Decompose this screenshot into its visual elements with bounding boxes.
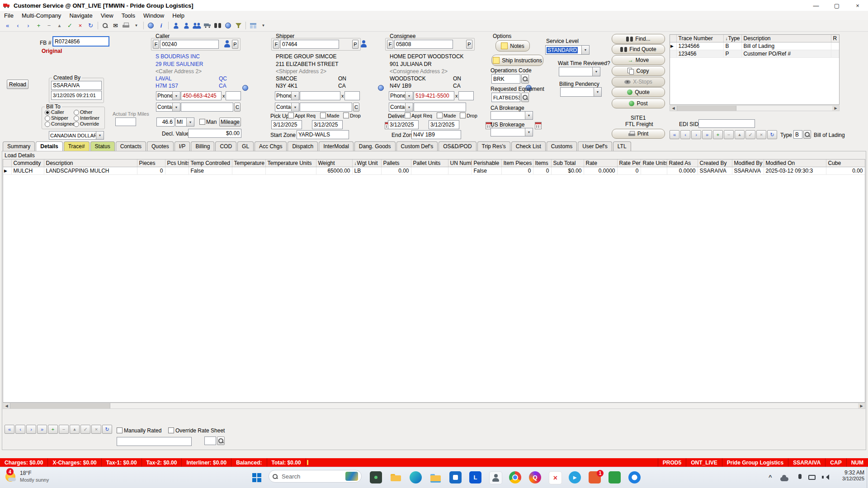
tab-ltl[interactable]: LTL	[613, 141, 631, 151]
scrollbar-thumb[interactable]	[677, 106, 736, 111]
column-header[interactable]: Created By	[698, 160, 732, 167]
decl-value-field[interactable]: $0.00	[188, 129, 241, 138]
column-header[interactable]: Rate Per	[617, 160, 641, 167]
cell[interactable]: 0.0000	[667, 167, 698, 175]
caller-contact-type-select[interactable]: Contact▼	[156, 103, 180, 112]
manually-rated-checkbox[interactable]	[117, 427, 123, 433]
menu-view[interactable]: View	[97, 12, 118, 19]
delete-record-icon[interactable]: −	[44, 21, 54, 30]
column-header[interactable]: Modified On	[764, 160, 826, 167]
radio-bill-to-caller[interactable]	[45, 110, 50, 115]
cell[interactable]: 0.00	[826, 167, 865, 175]
customer-icon[interactable]	[170, 21, 181, 30]
consignee-postal[interactable]: N4V 1B9	[390, 83, 411, 89]
column-header[interactable]: Description	[44, 160, 137, 167]
load-detail-row[interactable]: ▶ MULCH LANDSCAPPING MULCH 0 False 65000…	[3, 167, 865, 175]
column-header[interactable]: Pcs Units	[165, 160, 189, 167]
add-record-icon[interactable]: +	[33, 21, 44, 30]
last-item-button[interactable]: »	[37, 425, 47, 434]
consignee-contact-type-select[interactable]: Contact▼	[389, 103, 413, 112]
caller-phone-field[interactable]: 450-663-4245	[181, 91, 222, 100]
contacts-app-icon[interactable]	[489, 471, 502, 484]
caller-ext-field[interactable]	[226, 91, 241, 100]
trace-description-cell[interactable]: Customer PO/Ref #	[741, 50, 831, 58]
menu-navigate[interactable]: Navigate	[65, 12, 96, 19]
caller-code-field[interactable]: 00240	[160, 40, 219, 49]
cell[interactable]: SSARAIVA	[698, 167, 732, 175]
menu-file[interactable]: File	[0, 12, 18, 19]
cell[interactable]	[165, 167, 189, 175]
post-button[interactable]: Post	[612, 99, 665, 108]
scroll-left-icon[interactable]: ◀	[670, 106, 677, 111]
trace-type-lookup-button[interactable]	[803, 130, 811, 139]
trace-number-cell[interactable]: 123456	[676, 50, 723, 58]
trace-number-cell[interactable]: 1234566	[676, 42, 723, 50]
column-header[interactable]: Perishable	[472, 160, 501, 167]
column-header[interactable]: ↓Wgt Unit	[352, 160, 381, 167]
column-header[interactable]: Temp Controlled	[189, 160, 232, 167]
deliver-drop-checkbox[interactable]	[460, 113, 466, 118]
caller-profile-icon[interactable]	[223, 40, 231, 48]
caller-contact-field[interactable]	[181, 103, 233, 112]
consignee-f-button[interactable]: F	[387, 40, 393, 49]
trace-r-cell[interactable]	[831, 50, 839, 58]
consignee-code-field[interactable]: 05808	[394, 40, 453, 49]
cancel-item-button[interactable]: ×	[91, 425, 101, 434]
shipper-p-button[interactable]: P	[352, 40, 359, 49]
up-item-button[interactable]: ▲	[70, 425, 80, 434]
shipper-phone-type-select[interactable]: Phone▼	[275, 91, 299, 100]
tab-status[interactable]: Status	[90, 141, 115, 151]
edi-sid-field[interactable]	[698, 119, 755, 128]
up-icon[interactable]: ▲	[54, 21, 65, 30]
operations-code-field[interactable]: BRK	[491, 74, 520, 84]
trace-type-cell[interactable]: P	[723, 50, 741, 58]
shipper-postal[interactable]: N3Y 4K1	[276, 83, 297, 89]
cell[interactable]	[641, 167, 667, 175]
column-header[interactable]: Rate	[584, 160, 617, 167]
scroll-right-icon[interactable]: ▶	[858, 403, 865, 408]
consignee-phone-field[interactable]: 519-421-5500	[414, 91, 454, 100]
trailer-icon[interactable]	[202, 21, 212, 30]
caller-phone-type-select[interactable]: Phone▼	[156, 91, 180, 100]
refresh-trace-button[interactable]: ↻	[767, 130, 777, 139]
menu-help[interactable]: Help	[168, 12, 189, 19]
caller-name[interactable]: S BOUDRIAS INC	[156, 53, 200, 60]
cancel-icon[interactable]: ×	[75, 21, 85, 30]
add-item-button[interactable]: +	[48, 425, 58, 434]
consignee-phone-type-select[interactable]: Phone▼	[389, 91, 413, 100]
fb-number-input[interactable]: R0724856	[52, 36, 109, 47]
column-header[interactable]: Temperature	[232, 160, 265, 167]
info-icon[interactable]: i	[156, 21, 166, 30]
previous-item-button[interactable]: ‹	[15, 425, 25, 434]
quote-button[interactable]: Quote	[612, 87, 665, 97]
column-header[interactable]: Rated As	[667, 160, 698, 167]
shipper-code-field[interactable]: 07464	[280, 40, 339, 49]
green-app-icon[interactable]	[609, 471, 621, 483]
save-icon[interactable]: ✓	[65, 21, 75, 30]
print-icon[interactable]	[121, 21, 131, 30]
column-header[interactable]: UN Number	[448, 160, 472, 167]
mileage-button[interactable]: Mileage	[219, 117, 241, 127]
shipper-contact-field[interactable]	[300, 103, 352, 112]
end-zone-field[interactable]: N4V 1B9	[411, 130, 461, 139]
dock-icon[interactable]	[212, 21, 223, 30]
save-trace-button[interactable]: ✓	[745, 130, 755, 139]
load-details-horizontal-scrollbar[interactable]: ◀ ▶	[3, 403, 865, 409]
cancel-trace-button[interactable]: ×	[756, 130, 766, 139]
refresh-icon[interactable]: ↻	[85, 21, 96, 30]
shipper-address2-placeholder[interactable]: <Shipper Address 2>	[276, 68, 326, 75]
carrier-icon[interactable]	[181, 21, 191, 30]
radio-bill-to-other[interactable]	[74, 110, 79, 115]
tab-dispatch[interactable]: Dispatch	[288, 141, 318, 151]
first-record-icon[interactable]: «	[2, 21, 13, 30]
radio-bill-to-consignee[interactable]	[45, 122, 50, 127]
cell[interactable]: $0.00	[551, 167, 584, 175]
reload-button[interactable]: Reload	[7, 80, 28, 89]
tab-quotes[interactable]: Quotes	[147, 141, 174, 151]
copy-button[interactable]: Copy	[612, 66, 665, 76]
column-header[interactable]: Sub Total	[551, 160, 584, 167]
rate-code-field[interactable]	[117, 437, 192, 446]
column-header[interactable]: Pieces	[137, 160, 165, 167]
dark-app-icon[interactable]	[370, 471, 382, 483]
column-header[interactable]: Commodity	[11, 160, 44, 167]
